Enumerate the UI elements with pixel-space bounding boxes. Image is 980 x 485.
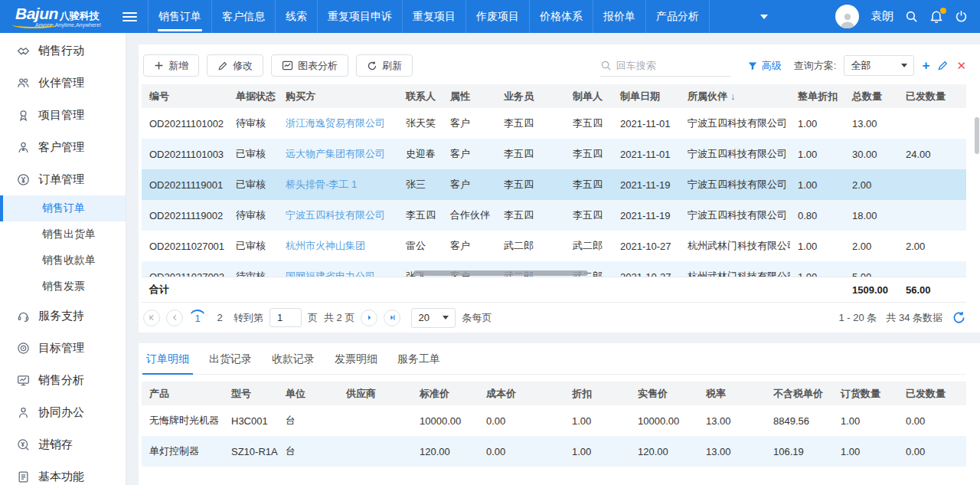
order-row[interactable]: OD20211119002 待审核 宁波五四科技有限公司 李五四 合作伙伴 李五…	[142, 200, 966, 231]
horizontal-scrollbar-thumb[interactable]	[413, 270, 588, 276]
sidebar-item-sales-actions[interactable]: 销售行动	[0, 34, 126, 67]
col-header-shipped-qty[interactable]: 已发数量	[898, 387, 966, 401]
query-plan-select[interactable]: 全部	[844, 55, 914, 76]
edit-query-plan-icon[interactable]	[937, 60, 949, 71]
sidebar-item-sales-shipments[interactable]: 销售出货单	[0, 221, 126, 247]
nav-more-caret-icon[interactable]	[760, 15, 768, 19]
col-header-contact[interactable]: 联系人	[398, 90, 443, 103]
order-row[interactable]: OD20211101003 已审核 远大物产集团有限公司 史迎春 客户 李五四 …	[142, 139, 966, 169]
sidebar-item-basic-functions[interactable]: 基本功能	[0, 460, 126, 485]
sidebar-item-inventory[interactable]: 进销存	[0, 428, 126, 460]
sidebar-item-collaboration[interactable]: 协同办公	[0, 396, 126, 428]
buyer-link[interactable]: 桥头排骨-李工 1	[278, 178, 398, 192]
sidebar-item-goal-management[interactable]: 目标管理	[0, 332, 126, 364]
col-header-buyer[interactable]: 购买方	[278, 90, 398, 103]
col-header-cost-price[interactable]: 成本价	[479, 387, 564, 401]
tab-order-details[interactable]: 订单明细	[146, 352, 189, 374]
first-page-button[interactable]	[143, 310, 160, 326]
col-header-partner[interactable]: 所属伙伴↓	[680, 90, 790, 103]
order-row[interactable]: OD20211101002 待审核 浙江海逸贸易有限公司 张天笑 客户 李五四 …	[142, 108, 966, 139]
vertical-scrollbar-thumb[interactable]	[975, 117, 979, 154]
sidebar-item-order-management[interactable]: 订单管理	[0, 163, 126, 195]
notifications-bell-icon[interactable]	[929, 10, 943, 24]
sidebar-item-sales-analytics[interactable]: 销售分析	[0, 364, 126, 396]
prev-page-button[interactable]	[166, 310, 183, 326]
buyer-link[interactable]: 宁波五四科技有限公司	[278, 208, 398, 222]
nav-tab-product-analysis[interactable]: 产品分析	[645, 0, 710, 33]
sidebar-item-project-management[interactable]: 项目管理	[0, 99, 126, 131]
brand-logo[interactable]: Bajun 八骏科技 Anyone,Anytime,Anywhere!	[0, 5, 115, 28]
col-header-order-no[interactable]: 编号	[142, 90, 228, 103]
page-number[interactable]: 2	[212, 312, 227, 323]
goto-label: 转到第	[234, 311, 263, 325]
sidebar-item-customer-management[interactable]: 客户管理	[0, 131, 126, 163]
nav-tab-customer-info[interactable]: 客户信息	[211, 0, 275, 33]
power-logout-icon[interactable]	[955, 10, 968, 23]
next-page-button[interactable]	[361, 310, 377, 326]
buyer-link[interactable]: 远大物产集团有限公司	[278, 147, 398, 161]
detail-table-header: 产品 型号 单位 供应商 标准价 成本价 折扣 实售价 税率 不含税单价 订货数…	[142, 382, 966, 405]
sidebar-item-sales-invoices[interactable]: 销售发票	[0, 274, 126, 300]
last-page-button[interactable]	[384, 310, 400, 326]
detail-row[interactable]: 无悔牌时光机器 H3C001 台 10000.00 0.00 1.00 1000…	[142, 405, 966, 436]
avatar[interactable]	[835, 5, 859, 28]
col-header-standard-price[interactable]: 标准价	[412, 387, 479, 401]
refresh-icon	[367, 61, 377, 71]
menu-toggle-icon[interactable]	[122, 12, 137, 21]
topbar: Bajun 八骏科技 Anyone,Anytime,Anywhere! 销售订单…	[0, 0, 980, 33]
search-input[interactable]	[616, 60, 722, 71]
col-header-discount[interactable]: 整单折扣	[790, 90, 844, 103]
nav-tab-sales-orders[interactable]: 销售订单	[148, 0, 211, 33]
col-header-tax-rate[interactable]: 税率	[698, 387, 766, 401]
tab-service-tickets[interactable]: 服务工单	[397, 352, 440, 374]
nav-tab-duplicate-projects[interactable]: 重复项目	[402, 0, 466, 33]
col-header-product[interactable]: 产品	[142, 387, 224, 401]
delete-query-plan-icon[interactable]: ✕	[956, 60, 966, 71]
order-row-selected[interactable]: OD20211119001 已审核 桥头排骨-李工 1 张三 客户 李五四 李五…	[142, 169, 966, 200]
col-header-unit[interactable]: 单位	[278, 387, 338, 401]
nav-tab-leads[interactable]: 线索	[275, 0, 317, 33]
col-header-actual-price[interactable]: 实售价	[630, 387, 698, 401]
col-header-attribute[interactable]: 属性	[443, 90, 496, 103]
chart-analysis-button[interactable]: 图表分析	[271, 54, 348, 77]
page-size-select[interactable]: 20	[411, 308, 456, 328]
edit-icon	[217, 61, 228, 71]
buyer-link[interactable]: 杭州市火神山集团	[278, 239, 398, 253]
col-header-status[interactable]: 单据状态	[228, 90, 278, 103]
buyer-link[interactable]: 国网福建省电力公司	[278, 270, 398, 277]
detail-row[interactable]: 单灯控制器 SZ10-R1A 台 120.00 0.00 1.00 120.00…	[142, 436, 966, 467]
col-header-create-date[interactable]: 制单日期	[612, 90, 680, 103]
tab-invoice-details[interactable]: 发票明细	[335, 352, 377, 374]
col-header-discount[interactable]: 折扣	[564, 387, 630, 401]
nav-tab-price-system[interactable]: 价格体系	[529, 0, 593, 33]
edit-button[interactable]: 修改	[207, 54, 263, 77]
sidebar-item-sales-orders[interactable]: 销售订单	[0, 195, 126, 221]
search-icon[interactable]	[905, 10, 918, 23]
nav-tab-quotes[interactable]: 报价单	[593, 0, 645, 33]
col-header-price-ex-tax[interactable]: 不含税单价	[766, 387, 833, 401]
order-row[interactable]: OD20211027001 已审核 杭州市火神山集团 雷公 客户 武二郎 武二郎…	[142, 231, 966, 261]
advanced-filter[interactable]: 高级	[747, 59, 782, 73]
sidebar-item-partner-management[interactable]: 伙伴管理	[0, 67, 126, 99]
tab-payment-records[interactable]: 收款记录	[272, 352, 315, 374]
add-query-plan-icon[interactable]: +	[922, 59, 929, 72]
page-number-current[interactable]: 1	[189, 310, 206, 326]
refresh-list-icon[interactable]	[952, 310, 966, 325]
goto-page-input[interactable]	[270, 308, 302, 327]
col-header-shipped-qty[interactable]: 已发数量	[898, 90, 966, 103]
sidebar-item-service-support[interactable]: 服务支持	[0, 300, 126, 332]
col-header-model[interactable]: 型号	[224, 387, 278, 401]
username[interactable]: 袁朗	[871, 9, 893, 24]
tab-shipment-records[interactable]: 出货记录	[209, 352, 252, 374]
buyer-link[interactable]: 浙江海逸贸易有限公司	[278, 116, 398, 130]
col-header-order-qty[interactable]: 订货数量	[833, 387, 898, 401]
refresh-button[interactable]: 刷新	[356, 54, 413, 77]
col-header-supplier[interactable]: 供应商	[338, 387, 412, 401]
col-header-creator[interactable]: 制单人	[565, 90, 612, 103]
col-header-salesperson[interactable]: 业务员	[496, 90, 565, 103]
nav-tab-voided-projects[interactable]: 作废项目	[466, 0, 529, 33]
sidebar-item-sales-receipts[interactable]: 销售收款单	[0, 247, 126, 274]
nav-tab-duplicate-appeal[interactable]: 重复项目申诉	[317, 0, 402, 33]
col-header-total-qty[interactable]: 总数量	[844, 90, 898, 103]
add-button[interactable]: 新增	[143, 54, 199, 77]
